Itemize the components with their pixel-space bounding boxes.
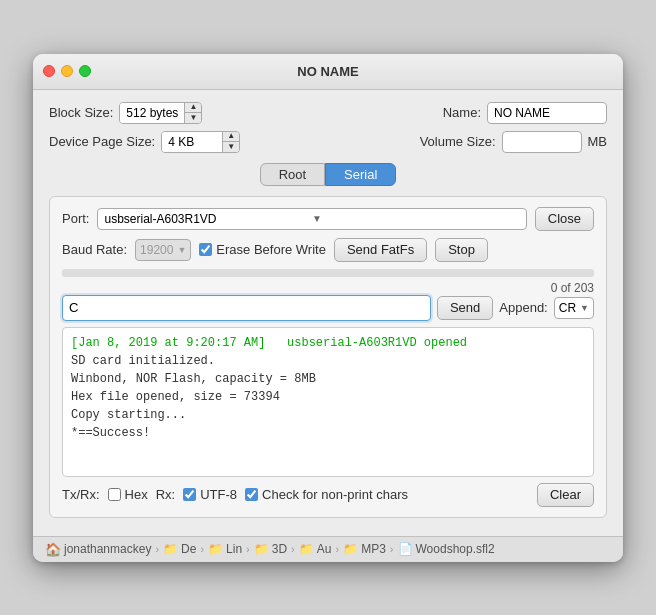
breadcrumb-sep-2: ›: [246, 543, 250, 555]
terminal-line-1: SD card initialized.: [71, 352, 585, 370]
device-page-size-down[interactable]: ▼: [223, 142, 239, 153]
block-size-stepper-buttons: ▲ ▼: [184, 102, 201, 124]
block-size-stepper[interactable]: 512 bytes ▲ ▼: [119, 102, 202, 124]
breadcrumb-3d[interactable]: 📁 3D: [254, 542, 287, 556]
utf8-label: UTF-8: [200, 487, 237, 502]
traffic-lights: [43, 65, 91, 77]
baud-select[interactable]: 19200 ▼: [135, 239, 191, 261]
breadcrumb-mp3[interactable]: 📁 MP3: [343, 542, 386, 556]
port-value: usbserial-A603R1VD: [104, 212, 312, 226]
tab-bar: Root Serial: [49, 163, 607, 186]
terminal-line-4: Copy starting...: [71, 406, 585, 424]
progress-text: 0 of 203: [62, 281, 594, 295]
tab-serial[interactable]: Serial: [325, 163, 396, 186]
folder-icon-au: 📁: [299, 542, 314, 556]
progress-container: 0 of 203: [62, 269, 594, 295]
port-label: Port:: [62, 211, 89, 226]
bottom-bar: Tx/Rx: Hex Rx: UTF-8 Check for non-print…: [62, 483, 594, 507]
terminal-line-5: *==Success!: [71, 424, 585, 442]
device-page-size-label: Device Page Size:: [49, 134, 155, 149]
titlebar: NO NAME: [33, 54, 623, 90]
hex-checkbox-label[interactable]: Hex: [108, 487, 148, 502]
folder-icon-3d: 📁: [254, 542, 269, 556]
tab-root[interactable]: Root: [260, 163, 325, 186]
block-size-label: Block Size:: [49, 105, 113, 120]
breadcrumb-3d-label: 3D: [272, 542, 287, 556]
block-size-up[interactable]: ▲: [185, 102, 201, 113]
breadcrumb-au-label: Au: [317, 542, 332, 556]
breadcrumb-de[interactable]: 📁 De: [163, 542, 196, 556]
serial-panel: Port: usbserial-A603R1VD ▼ Close Baud Ra…: [49, 196, 607, 518]
volume-size-input[interactable]: 8: [502, 131, 582, 153]
name-label: Name:: [443, 105, 481, 120]
send-input[interactable]: C: [62, 295, 431, 321]
breadcrumb-sep-4: ›: [335, 543, 339, 555]
stop-button[interactable]: Stop: [435, 238, 488, 262]
window-title: NO NAME: [297, 64, 358, 79]
minimize-button[interactable]: [61, 65, 73, 77]
clear-button[interactable]: Clear: [537, 483, 594, 507]
breadcrumb-home[interactable]: 🏠 jonathanmackey: [45, 542, 151, 557]
breadcrumb-sep-1: ›: [200, 543, 204, 555]
folder-icon-de: 📁: [163, 542, 178, 556]
send-row: C Send Append: CR ▼: [62, 295, 594, 321]
content-area: Block Size: 512 bytes ▲ ▼ Name: NO NAME …: [33, 90, 623, 536]
close-port-button[interactable]: Close: [535, 207, 594, 231]
baud-arrow: ▼: [177, 245, 186, 255]
erase-label: Erase Before Write: [216, 242, 326, 257]
port-dropdown[interactable]: usbserial-A603R1VD ▼: [97, 208, 526, 230]
device-page-size-up[interactable]: ▲: [223, 131, 239, 142]
append-label: Append:: [499, 300, 547, 315]
breadcrumb-au[interactable]: 📁 Au: [299, 542, 332, 556]
folder-icon-lin: 📁: [208, 542, 223, 556]
tx-rx-label: Tx/Rx:: [62, 487, 100, 502]
send-button[interactable]: Send: [437, 296, 493, 320]
statusbar: 🏠 jonathanmackey › 📁 De › 📁 Lin › 📁 3D ›…: [33, 536, 623, 562]
send-fatfs-button[interactable]: Send FatFs: [334, 238, 427, 262]
name-input[interactable]: NO NAME: [487, 102, 607, 124]
block-size-value: 512 bytes: [120, 103, 184, 123]
device-page-size-value: 4 KB: [162, 132, 222, 152]
device-page-size-stepper-buttons: ▲ ▼: [222, 131, 239, 153]
terminal[interactable]: [Jan 8, 2019 at 9:20:17 AM] usbserial-A6…: [62, 327, 594, 477]
breadcrumb-sep-0: ›: [155, 543, 159, 555]
terminal-line-2: Winbond, NOR Flash, capacity = 8MB: [71, 370, 585, 388]
nonprint-label: Check for non-print chars: [262, 487, 408, 502]
breadcrumb-de-label: De: [181, 542, 196, 556]
hex-checkbox[interactable]: [108, 488, 121, 501]
append-select[interactable]: CR ▼: [554, 297, 594, 319]
main-window: NO NAME Block Size: 512 bytes ▲ ▼ Name: …: [33, 54, 623, 562]
breadcrumb-sep-3: ›: [291, 543, 295, 555]
nonprint-checkbox[interactable]: [245, 488, 258, 501]
append-value: CR: [559, 301, 576, 315]
breadcrumb-sep-5: ›: [390, 543, 394, 555]
breadcrumb-lin-label: Lin: [226, 542, 242, 556]
append-arrow: ▼: [580, 303, 589, 313]
maximize-button[interactable]: [79, 65, 91, 77]
home-icon: 🏠: [45, 542, 61, 557]
port-row: Port: usbserial-A603R1VD ▼ Close: [62, 207, 594, 231]
volume-size-label: Volume Size:: [420, 134, 496, 149]
nonprint-checkbox-label[interactable]: Check for non-print chars: [245, 487, 408, 502]
breadcrumb-home-label: jonathanmackey: [64, 542, 151, 556]
erase-checkbox[interactable]: [199, 243, 212, 256]
breadcrumb-file-label: Woodshop.sfl2: [416, 542, 495, 556]
baud-value: 19200: [140, 243, 173, 257]
close-button[interactable]: [43, 65, 55, 77]
baud-label: Baud Rate:: [62, 242, 127, 257]
terminal-line-3: Hex file opened, size = 73394: [71, 388, 585, 406]
erase-checkbox-label[interactable]: Erase Before Write: [199, 242, 326, 257]
block-size-down[interactable]: ▼: [185, 113, 201, 124]
breadcrumb-mp3-label: MP3: [361, 542, 386, 556]
rx-label: Rx:: [156, 487, 176, 502]
utf8-checkbox-label[interactable]: UTF-8: [183, 487, 237, 502]
breadcrumb-file[interactable]: 📄 Woodshop.sfl2: [398, 542, 495, 556]
progress-bar-container: [62, 269, 594, 277]
port-dropdown-arrow: ▼: [312, 213, 520, 224]
device-page-size-stepper[interactable]: 4 KB ▲ ▼: [161, 131, 240, 153]
baud-row: Baud Rate: 19200 ▼ Erase Before Write Se…: [62, 238, 594, 262]
file-icon: 📄: [398, 542, 413, 556]
utf8-checkbox[interactable]: [183, 488, 196, 501]
terminal-line-0: [Jan 8, 2019 at 9:20:17 AM] usbserial-A6…: [71, 334, 585, 352]
breadcrumb-lin[interactable]: 📁 Lin: [208, 542, 242, 556]
